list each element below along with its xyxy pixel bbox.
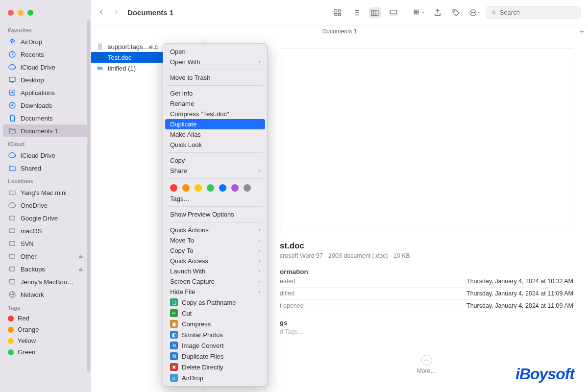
sidebar-item-icloud-drive[interactable]: iCloud Drive — [3, 61, 88, 74]
sidebar-item-documents-1[interactable]: Documents 1 — [3, 124, 88, 137]
sidebar-tag-red[interactable]: Red — [3, 313, 88, 324]
ctx-open[interactable]: Open — [163, 47, 267, 57]
ctx-copy-to[interactable]: Copy To› — [163, 245, 267, 256]
sidebar-item-onedrive[interactable]: OneDrive — [3, 199, 88, 212]
ctx-compress[interactable]: Compress "Test.doc" — [163, 109, 267, 119]
sidebar-tag-orange[interactable]: Orange — [3, 324, 88, 335]
sidebar-scrollbar[interactable] — [87, 20, 90, 372]
sidebar-tag-yellow[interactable]: Yellow — [3, 335, 88, 346]
path-label[interactable]: Documents 1 — [322, 28, 357, 35]
ctx-tags[interactable]: Tags… — [163, 194, 267, 204]
ctx-copy-pathname[interactable]: ❏Copy as Pathname — [163, 297, 267, 308]
ctx-duplicate-files[interactable]: ⧉Duplicate Files — [163, 351, 267, 362]
ctx-rename[interactable]: Rename — [163, 98, 267, 109]
sidebar-item-googledrive[interactable]: Google Drive — [3, 212, 88, 224]
back-button[interactable] — [98, 8, 105, 17]
toolbar: Documents 1 — [91, 0, 588, 25]
tag-color-blue[interactable] — [219, 184, 226, 192]
view-list-button[interactable] — [350, 7, 362, 18]
ctx-show-preview-options[interactable]: Show Preview Options — [163, 209, 267, 220]
more-icon: ⋯ — [421, 355, 432, 366]
tag-color-green[interactable] — [207, 184, 214, 192]
chevron-right-icon: › — [259, 289, 260, 294]
eject-icon[interactable]: ⏏ — [78, 267, 83, 272]
sidebar-label: AirDrop — [21, 38, 42, 46]
app-icon: ◧ — [170, 331, 178, 339]
search-input[interactable] — [500, 9, 576, 16]
sidebar-item-network[interactable]: Network — [3, 288, 88, 301]
folder-icon — [8, 126, 17, 135]
sidebar-item-documents[interactable]: Documents — [3, 112, 88, 124]
share-button[interactable] — [432, 7, 443, 18]
group-button[interactable] — [413, 7, 425, 18]
tag-color-gray[interactable] — [244, 184, 251, 192]
sidebar-tag-green[interactable]: Green — [3, 346, 88, 358]
cloud-icon — [8, 151, 17, 160]
ctx-similar-photos[interactable]: ◧Similar Photos — [163, 329, 267, 340]
close-window-button[interactable] — [8, 10, 14, 16]
ctx-quick-actions[interactable]: Quick Actions› — [163, 225, 267, 235]
sidebar-item-jennys-macbook[interactable]: Jenny's MacBoo… — [3, 275, 88, 288]
tag-yellow-icon — [8, 338, 14, 344]
sidebar-item-other[interactable]: Other⏏ — [3, 250, 88, 263]
ctx-launch-with[interactable]: Launch With› — [163, 266, 267, 276]
sidebar-item-svn[interactable]: SVN — [3, 237, 88, 250]
tag-color-red[interactable] — [170, 184, 177, 192]
sidebar-item-recents[interactable]: Recents — [3, 48, 88, 61]
tag-color-purple[interactable] — [231, 184, 239, 192]
ctx-hide-file[interactable]: Hide File› — [163, 287, 267, 297]
ctx-share[interactable]: Share› — [163, 166, 267, 176]
sidebar-item-macos[interactable]: macOS — [3, 224, 88, 237]
ctx-move-to-trash[interactable]: Move to Trash — [163, 73, 267, 83]
separator — [167, 152, 263, 153]
add-tab-button[interactable]: + — [580, 27, 584, 36]
ctx-delete-directly[interactable]: ✖Delete Directly — [163, 362, 267, 372]
sidebar-item-applications[interactable]: Applications — [3, 86, 88, 99]
view-columns-button[interactable] — [369, 7, 381, 18]
ctx-move-to[interactable]: Move To› — [163, 235, 267, 245]
search-field[interactable] — [486, 6, 581, 19]
sidebar-item-airdrop[interactable]: AirDrop — [3, 35, 88, 48]
ctx-cut[interactable]: ✂Cut — [163, 308, 267, 318]
file-name: Test.doc — [108, 54, 131, 61]
preview-filename: st.doc — [280, 241, 573, 251]
minimize-window-button[interactable] — [18, 10, 24, 16]
ctx-compress-2[interactable]: ▣Compress — [163, 318, 267, 329]
forward-button[interactable] — [113, 8, 120, 17]
ctx-image-convert[interactable]: ⟲Image Convert — [163, 340, 267, 351]
sidebar-item-backups[interactable]: Backups⏏ — [3, 263, 88, 275]
view-gallery-button[interactable] — [388, 7, 399, 18]
more-button[interactable] — [469, 7, 481, 18]
ctx-open-with[interactable]: Open With› — [163, 57, 267, 67]
tag-color-orange[interactable] — [182, 184, 190, 192]
view-icons-button[interactable] — [332, 7, 343, 18]
sidebar-label: Recents — [21, 51, 44, 58]
sidebar-item-icloud-drive-2[interactable]: iCloud Drive — [3, 149, 88, 162]
app-icon: ⟲ — [170, 342, 178, 349]
tags-button[interactable] — [450, 7, 462, 18]
ctx-get-info[interactable]: Get Info — [163, 88, 267, 98]
chevron-right-icon: › — [259, 269, 260, 274]
laptop-icon — [8, 277, 17, 286]
sidebar-item-desktop[interactable]: Desktop — [3, 74, 88, 86]
maximize-window-button[interactable] — [27, 10, 33, 16]
ctx-screen-capture[interactable]: Screen Capture› — [163, 276, 267, 287]
tag-color-yellow[interactable] — [195, 184, 202, 192]
ctx-duplicate[interactable]: Duplicate — [165, 119, 265, 129]
preview-tags-placeholder[interactable]: d Tags… — [280, 328, 573, 335]
sidebar-item-mac-mini[interactable]: Yang's Mac mini — [3, 186, 88, 199]
drive-icon — [8, 252, 17, 261]
sidebar-item-shared[interactable]: Shared — [3, 162, 88, 174]
ctx-airdrop[interactable]: ⌾AirDrop — [163, 372, 267, 383]
eject-icon[interactable]: ⏏ — [78, 254, 83, 259]
ctx-quick-look[interactable]: Quick Look — [163, 140, 267, 150]
sidebar-label: Shared — [21, 165, 41, 172]
chevron-right-icon: › — [259, 279, 260, 284]
ctx-quick-access[interactable]: Quick Access› — [163, 256, 267, 266]
svg-rect-21 — [414, 12, 416, 14]
sidebar-item-downloads[interactable]: Downloads — [3, 99, 88, 112]
ctx-make-alias[interactable]: Make Alias — [163, 129, 267, 140]
ctx-copy[interactable]: Copy — [163, 155, 267, 166]
drive-icon — [8, 226, 17, 235]
svg-rect-14 — [339, 10, 341, 12]
